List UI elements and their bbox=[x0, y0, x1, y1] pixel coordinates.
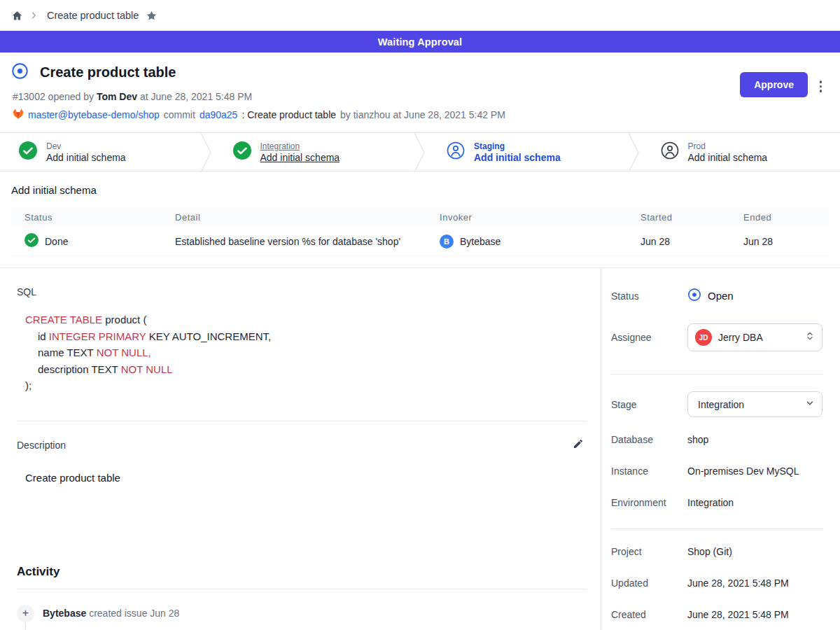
environment-label: Environment bbox=[611, 497, 687, 508]
stage-select[interactable]: Integration bbox=[687, 391, 822, 417]
task-ended-cell: Jun 28 bbox=[730, 236, 829, 247]
stage-prod[interactable]: Prod Add initial schema bbox=[642, 133, 840, 171]
activity-item: + Bytebase created issue Jun 28 bbox=[17, 605, 591, 622]
breadcrumb-chevron-icon bbox=[30, 11, 37, 20]
commit-message: : Create product table bbox=[241, 109, 336, 120]
status-banner: Waiting Approval bbox=[0, 31, 840, 52]
commit-hash-link[interactable]: da90a25 bbox=[200, 109, 238, 120]
star-icon[interactable] bbox=[146, 10, 158, 22]
stage-separator bbox=[412, 133, 428, 172]
bytebase-avatar: B bbox=[440, 234, 454, 248]
assignee-select[interactable]: JD Jerry DBA bbox=[687, 323, 822, 351]
more-menu-icon[interactable] bbox=[817, 78, 825, 95]
environment-value: Integration bbox=[687, 497, 734, 508]
stage-staging[interactable]: Staging Add initial schema bbox=[428, 133, 626, 171]
instance-value: On-premises Dev MySQL bbox=[687, 465, 799, 477]
assignee-avatar: JD bbox=[695, 329, 712, 346]
activity-heading: Activity bbox=[17, 565, 591, 579]
person-circle-icon bbox=[447, 141, 465, 162]
task-detail-cell: Established baseline version %s for data… bbox=[162, 236, 426, 247]
home-icon[interactable] bbox=[11, 10, 23, 22]
activity-author: Bytebase bbox=[43, 608, 86, 619]
assignee-label: Assignee bbox=[611, 332, 687, 343]
updated-label: Updated bbox=[611, 578, 687, 589]
database-value: shop bbox=[687, 434, 708, 445]
task-started-cell: Jun 28 bbox=[627, 236, 730, 247]
table-header: Status Detail Invoker Started Ended bbox=[11, 207, 829, 227]
stage-separator bbox=[199, 133, 214, 172]
divider bbox=[611, 374, 823, 374]
updated-value: June 28, 2021 5:48 PM bbox=[687, 578, 789, 589]
task-heading: Add initial schema bbox=[11, 184, 829, 196]
plus-icon: + bbox=[17, 605, 34, 622]
issue-open-icon bbox=[687, 288, 701, 304]
task-table: Status Detail Invoker Started Ended Done… bbox=[11, 207, 829, 256]
description-label: Description bbox=[17, 440, 66, 451]
col-detail: Detail bbox=[162, 212, 426, 223]
created-label: Created bbox=[611, 609, 687, 620]
issue-sidebar: Status Open Assignee JD Jerry DBA Stage bbox=[601, 268, 840, 630]
issue-meta: #13002 opened by Tom Dev at June 28, 202… bbox=[13, 91, 829, 102]
check-circle-icon bbox=[24, 233, 38, 249]
database-label: Database bbox=[611, 434, 687, 445]
updown-chevrons-icon bbox=[805, 330, 815, 344]
person-circle-icon bbox=[661, 141, 679, 162]
instance-label: Instance bbox=[611, 465, 687, 477]
gitlab-icon bbox=[13, 108, 24, 121]
divider bbox=[17, 589, 587, 589]
issue-header: Create product table #13002 opened by To… bbox=[0, 52, 840, 132]
created-value: June 28, 2021 5:48 PM bbox=[687, 609, 789, 620]
project-value: Shop (Git) bbox=[687, 546, 732, 557]
commit-line: master@bytebase-demo/shop commit da90a25… bbox=[13, 108, 829, 121]
issue-author: Tom Dev bbox=[97, 91, 137, 102]
stage-label: Stage bbox=[611, 399, 687, 410]
task-invoker-cell: B Bytebase bbox=[426, 234, 627, 248]
sql-statement: CREATE TABLE product ( id INTEGER PRIMAR… bbox=[25, 312, 591, 394]
col-ended: Ended bbox=[730, 212, 829, 223]
col-invoker: Invoker bbox=[426, 212, 627, 223]
commit-branch-link[interactable]: master@bytebase-demo/shop bbox=[28, 109, 160, 120]
activity-description: created issue Jun 28 bbox=[89, 608, 179, 619]
edit-pencil-icon[interactable] bbox=[571, 437, 585, 454]
page-title: Create product table bbox=[40, 64, 176, 80]
status-value: Open bbox=[687, 288, 734, 304]
status-label: Status bbox=[611, 290, 687, 302]
task-panel: Add initial schema Status Detail Invoker… bbox=[0, 172, 840, 267]
breadcrumb-page-title: Create product table bbox=[47, 10, 139, 21]
chevron-down-icon bbox=[805, 398, 815, 411]
task-status-cell: Done bbox=[11, 233, 162, 249]
col-status: Status bbox=[11, 212, 162, 223]
breadcrumb: Create product table bbox=[0, 0, 840, 31]
table-row[interactable]: Done Established baseline version %s for… bbox=[11, 227, 829, 256]
description-text: Create product table bbox=[25, 472, 591, 484]
sql-label: SQL bbox=[17, 286, 591, 298]
divider bbox=[611, 528, 823, 529]
stage-separator bbox=[626, 133, 642, 172]
project-label: Project bbox=[611, 546, 687, 557]
check-circle-icon bbox=[233, 141, 251, 162]
pipeline-stage-bar: Dev Add initial schema Integration Add i… bbox=[0, 132, 840, 172]
approve-button[interactable]: Approve bbox=[740, 72, 808, 97]
col-started: Started bbox=[627, 212, 730, 223]
divider bbox=[17, 421, 587, 421]
main-column: SQL CREATE TABLE product ( id INTEGER PR… bbox=[0, 268, 601, 630]
stage-dev[interactable]: Dev Add initial schema bbox=[0, 133, 199, 171]
check-circle-icon bbox=[19, 141, 37, 162]
stage-integration[interactable]: Integration Add initial schema bbox=[214, 133, 413, 171]
issue-open-icon bbox=[11, 62, 29, 83]
